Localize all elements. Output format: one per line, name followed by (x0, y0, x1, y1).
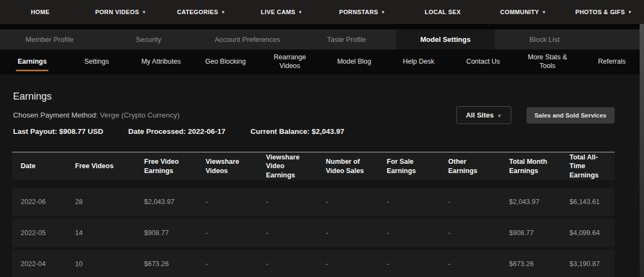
nav-item-label: LIVE CAMS (261, 9, 296, 15)
table-cell: - (317, 229, 378, 237)
table-row: 2022-0410$673.26-----$673.26$3,190.87 (12, 250, 615, 277)
table-cell: - (439, 229, 500, 237)
page-title: Earnings (13, 91, 631, 102)
table-header-row: DateFree VideosFree Video EarningsViewsh… (12, 152, 615, 180)
payment-method-label: Chosen Payment Method: (13, 111, 98, 119)
table-cell: $3,190.87 (561, 260, 615, 268)
payment-method-value: Verge (Crypto Currency) (100, 111, 179, 119)
tab-member-profile[interactable]: Member Profile (0, 29, 99, 50)
account-tab-bar: Member ProfileSecurityAccount Preference… (0, 29, 644, 50)
table-cell: $4,099.64 (561, 229, 615, 237)
column-header-total-all-time-earnings: Total All- Time Earnings (561, 153, 615, 180)
nav-item-local-sex[interactable]: LOCAL SEX (403, 0, 483, 24)
table-cell: - (317, 260, 378, 268)
chevron-down-icon: ▼ (298, 10, 302, 15)
nav-item-categories[interactable]: CATEGORIES▼ (161, 0, 242, 24)
all-sites-dropdown[interactable]: All Sites▼ (456, 106, 511, 124)
tab-contact-us[interactable]: Contact Us (451, 58, 515, 66)
tab-label: Help Desk (403, 58, 435, 66)
table-cell: $6,143.61 (561, 198, 615, 206)
nav-item-label: HOME (31, 9, 50, 15)
payout-stats: Last Payout: $908.77 USD Date Processed:… (13, 127, 631, 136)
all-sites-label: All Sites (466, 111, 493, 119)
tab-label: Contact Us (466, 58, 500, 66)
nav-item-home[interactable]: HOME (0, 0, 81, 24)
table-cell: 10 (66, 260, 135, 268)
table-cell: $2,043.97 (500, 198, 561, 206)
table-cell: - (257, 260, 317, 268)
tab-taste-profile[interactable]: Taste Profile (297, 29, 396, 50)
tab-account-preferences[interactable]: Account Preferences (198, 29, 297, 50)
table-row: 2022-0514$908.77-----$908.77$4,099.64 (12, 219, 615, 247)
tab-label: Geo Blocking (205, 58, 245, 66)
chevron-down-icon: ▼ (497, 113, 502, 119)
table-cell: - (197, 229, 257, 237)
table-row: 2022-0628$2,043.97-----$2,043.97$6,143.6… (12, 188, 615, 216)
column-header-free-video-earnings: Free Video Earnings (135, 157, 197, 175)
table-cell: - (197, 260, 257, 268)
tab-rearrange-videos[interactable]: Rearrange Videos (258, 53, 322, 70)
table-cell: $908.77 (500, 229, 561, 237)
top-navigation: HOMEPORN VIDEOS▼CATEGORIES▼LIVE CAMS▼POR… (0, 0, 644, 24)
last-payout: Last Payout: $908.77 USD (13, 127, 103, 136)
tab-earnings[interactable]: Earnings (0, 58, 64, 66)
tab-settings[interactable]: Settings (64, 58, 128, 66)
table-cell: - (257, 198, 317, 206)
table-cell: 2022-04 (12, 260, 66, 268)
table-cell: $908.77 (135, 229, 197, 237)
tab-label: Rearrange Videos (274, 53, 306, 70)
nav-divider (0, 24, 644, 29)
nav-item-pornstars[interactable]: PORNSTARS▼ (322, 0, 403, 24)
tab-model-settings[interactable]: Model Settings (396, 29, 495, 50)
tab-label: Settings (84, 58, 109, 66)
column-header-other-earnings: Other Earnings (439, 157, 500, 175)
column-header-viewshare-videos: Viewshare Videos (197, 157, 257, 175)
tab-security[interactable]: Security (99, 29, 198, 50)
tab-help-desk[interactable]: Help Desk (386, 58, 450, 66)
tab-referrals[interactable]: Referrals (580, 58, 644, 66)
column-header-number-of-video-sales: Number of Video Sales (317, 157, 378, 175)
table-cell: 28 (66, 198, 135, 206)
nav-item-label: CATEGORIES (177, 9, 218, 15)
nav-item-label: PORNSTARS (339, 9, 378, 15)
tab-block-list[interactable]: Block List (495, 29, 594, 50)
tab-my-attributes[interactable]: My Attributes (129, 58, 193, 66)
chevron-down-icon: ▼ (628, 10, 632, 15)
table-cell: - (257, 229, 317, 237)
table-cell: - (378, 198, 439, 206)
table-cell: $2,043.97 (135, 198, 197, 206)
model-settings-tab-bar: EarningsSettingsMy AttributesGeo Blockin… (0, 50, 644, 75)
current-balance: Current Balance: $2,043.97 (250, 127, 344, 136)
tab-model-blog[interactable]: Model Blog (322, 58, 386, 66)
chevron-down-icon: ▼ (221, 10, 225, 15)
table-cell: 2022-05 (12, 229, 66, 237)
table-cell: - (317, 198, 378, 206)
nav-item-label: PHOTOS & GIFS (575, 9, 625, 15)
table-cell: - (378, 260, 439, 268)
table-cell: 14 (66, 229, 135, 237)
chevron-down-icon: ▼ (142, 10, 146, 15)
column-header-free-videos: Free Videos (66, 162, 135, 170)
tab-label: Model Blog (337, 58, 371, 66)
nav-item-photos-gifs[interactable]: PHOTOS & GIFS▼ (564, 0, 644, 24)
nav-item-label: LOCAL SEX (425, 9, 461, 15)
column-header-total-month-earnings: Total Month Earnings (500, 157, 561, 175)
tab-label: More Stats & Tools (528, 53, 567, 70)
nav-item-porn-videos[interactable]: PORN VIDEOS▼ (81, 0, 161, 24)
nav-item-community[interactable]: COMMUNITY▼ (483, 0, 564, 24)
column-header-for-sale-earnings: For Sale Earnings (378, 157, 439, 175)
column-header-viewshare-video-earnings: Viewshare Video Earnings (257, 153, 317, 180)
table-cell: - (439, 198, 500, 206)
earnings-page: Earnings All Sites▼ Sales and Sold Servi… (0, 91, 644, 277)
table-cell: - (197, 198, 257, 206)
nav-item-label: PORN VIDEOS (95, 9, 139, 15)
tab-geo-blocking[interactable]: Geo Blocking (193, 58, 257, 66)
table-cell: $673.26 (135, 260, 197, 268)
sales-and-sold-services-button[interactable]: Sales and Sold Services (527, 107, 615, 124)
date-processed: Date Processed: 2022-06-17 (128, 127, 226, 136)
nav-item-live-cams[interactable]: LIVE CAMS▼ (242, 0, 322, 24)
tab-label: Referrals (598, 58, 626, 66)
tab-more-stats-tools[interactable]: More Stats & Tools (515, 53, 579, 70)
table-cell: - (439, 260, 500, 268)
earnings-table: DateFree VideosFree Video EarningsViewsh… (12, 152, 615, 277)
